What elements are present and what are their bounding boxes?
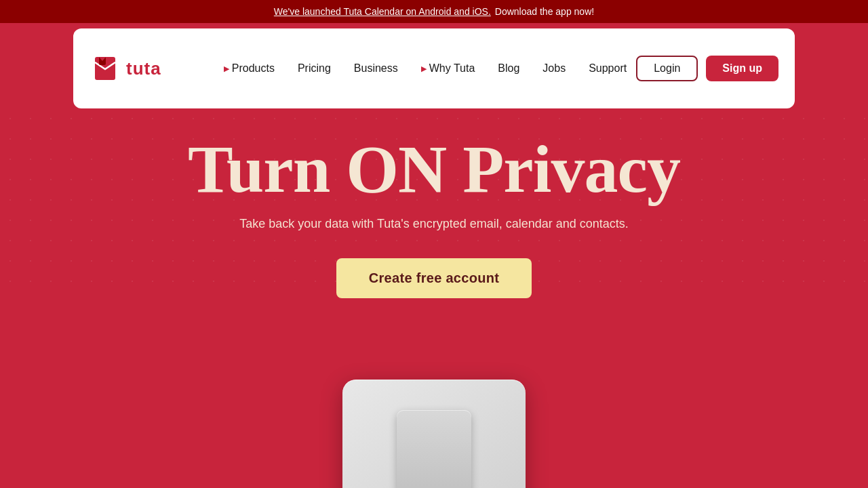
nav-links: ▶ Products Pricing Business ▶ Why Tuta B… [214,57,636,80]
switch-button [397,410,471,488]
nav-item-pricing[interactable]: Pricing [288,57,340,80]
announcement-bar: We've launched Tuta Calendar on Android … [0,0,868,23]
announcement-text: Download the app now! [495,6,594,17]
create-account-button[interactable]: Create free account [336,258,532,298]
logo-area: tuta [90,53,198,84]
logo-text[interactable]: tuta [126,58,161,79]
hero-section: Turn ON Privacy Take back your data with… [0,108,868,298]
auth-buttons: Login Sign up [636,56,778,81]
tuta-logo-icon [90,53,121,84]
nav-item-blog[interactable]: Blog [488,57,529,80]
announcement-link[interactable]: We've launched Tuta Calendar on Android … [274,6,491,17]
nav-item-support[interactable]: Support [579,57,636,80]
products-arrow-icon: ▶ [224,64,229,73]
nav-item-why-tuta[interactable]: ▶ Why Tuta [412,57,485,80]
light-switch-image [342,380,526,488]
hero-subtitle: Take back your data with Tuta's encrypte… [239,217,629,231]
login-button[interactable]: Login [636,56,698,81]
why-tuta-arrow-icon: ▶ [421,64,427,73]
switch-plate [342,380,526,488]
nav-item-products[interactable]: ▶ Products [214,57,284,80]
nav-item-business[interactable]: Business [344,57,408,80]
nav-wrapper: tuta ▶ Products Pricing Business ▶ Why T… [73,28,795,108]
signup-button[interactable]: Sign up [706,56,778,81]
hero-title: Turn ON Privacy [188,136,680,203]
nav-item-jobs[interactable]: Jobs [533,57,575,80]
